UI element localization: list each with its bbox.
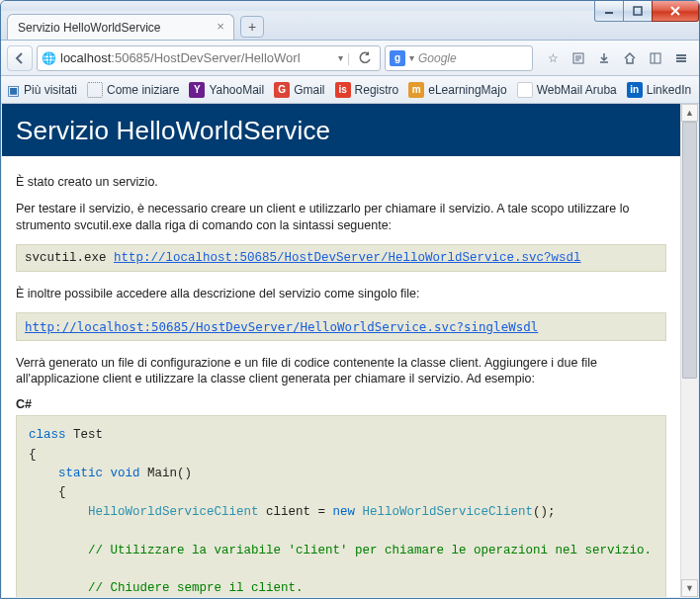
page-viewport: Servizio HelloWorldService È stato creat…: [2, 104, 698, 597]
window-close-button[interactable]: [652, 1, 699, 22]
gmail-icon: G: [274, 82, 290, 98]
bookmark-getting-started[interactable]: Come iniziare: [87, 82, 179, 98]
site-identity-icon[interactable]: 🌐: [42, 51, 56, 65]
bookmark-yahoomail[interactable]: Y YahooMail: [189, 82, 264, 98]
generation-paragraph: Verrà generato un file di configurazione…: [16, 355, 666, 388]
svg-rect-6: [651, 53, 660, 63]
bookmark-gmail[interactable]: G Gmail: [274, 82, 324, 98]
csharp-sample-code: class Test { static void Main() { HelloW…: [16, 415, 666, 597]
reload-button[interactable]: [354, 47, 376, 69]
yahoo-icon: Y: [189, 82, 205, 98]
search-bar[interactable]: g ▾ Google: [385, 45, 533, 71]
getting-started-icon: [87, 82, 103, 98]
window-controls: [595, 1, 699, 23]
browser-window: Servizio HelloWorldService × + 🌐 localho…: [0, 0, 700, 599]
most-visited-icon: ▣: [7, 82, 20, 98]
scrollbar-thumb[interactable]: [682, 122, 697, 379]
page-title: Servizio HelloWorldService: [16, 116, 666, 146]
reader-view-button[interactable]: [567, 45, 590, 71]
url-history-dropdown-icon[interactable]: ▾: [338, 52, 343, 63]
back-button[interactable]: [7, 45, 33, 71]
sidebar-button[interactable]: [644, 45, 667, 71]
tab-title: Servizio HelloWorldService: [18, 21, 161, 35]
elearning-icon: m: [408, 82, 424, 98]
tab-close-icon[interactable]: ×: [214, 20, 227, 34]
bookmark-elearning[interactable]: m eLearningMajo: [408, 82, 506, 98]
page-content: Servizio HelloWorldService È stato creat…: [2, 104, 680, 597]
service-header: Servizio HelloWorldService: [2, 104, 680, 156]
new-tab-button[interactable]: +: [240, 16, 264, 38]
scroll-down-icon[interactable]: ▼: [681, 579, 698, 597]
bookmark-webmail-aruba[interactable]: WebMail Aruba: [517, 82, 617, 98]
bookmark-registro[interactable]: is Registro: [335, 82, 399, 98]
address-bar[interactable]: 🌐 localhost:50685/HostDevServer/HelloWor…: [37, 45, 381, 71]
search-engine-icon[interactable]: g: [390, 50, 405, 66]
linkedin-icon: in: [627, 82, 643, 98]
svg-rect-0: [605, 12, 613, 14]
bookmark-star-button[interactable]: ☆: [541, 45, 565, 71]
browser-tab[interactable]: Servizio HelloWorldService ×: [7, 14, 234, 40]
vertical-scrollbar[interactable]: ▲ ▼: [680, 104, 698, 597]
menu-button[interactable]: [669, 45, 693, 71]
window-minimize-button[interactable]: [594, 1, 624, 22]
bookmark-most-visited[interactable]: ▣ Più visitati: [7, 82, 77, 98]
single-wsdl-link[interactable]: http://localhost:50685/HostDevServer/Hel…: [25, 319, 538, 334]
wsdl-link[interactable]: http://localhost:50685/HostDevServer/Hel…: [114, 251, 581, 265]
downloads-button[interactable]: [592, 45, 616, 71]
window-maximize-button[interactable]: [623, 1, 653, 22]
home-button[interactable]: [618, 45, 642, 71]
svcutil-command-block: svcutil.exe http://localhost:50685/HostD…: [16, 244, 666, 272]
svg-rect-1: [634, 7, 642, 15]
url-text: localhost:50685/HostDevServer/HelloWorl: [60, 50, 334, 65]
navigation-toolbar: 🌐 localhost:50685/HostDevServer/HelloWor…: [1, 41, 699, 76]
test-instructions-text: Per testare il servizio, è necessario cr…: [16, 201, 666, 234]
language-label: C#: [16, 397, 666, 411]
search-engine-dropdown-icon[interactable]: ▾: [409, 52, 414, 63]
single-file-intro-text: È inoltre possibile accedere alla descri…: [16, 286, 666, 302]
bookmarks-toolbar: ▣ Più visitati Come iniziare Y YahooMail…: [1, 76, 699, 104]
search-placeholder: Google: [418, 51, 528, 65]
service-created-text: È stato creato un servizio.: [16, 174, 666, 191]
scroll-up-icon[interactable]: ▲: [681, 104, 698, 122]
webmail-icon: [517, 82, 533, 98]
single-wsdl-block: http://localhost:50685/HostDevServer/Hel…: [16, 312, 666, 341]
registro-icon: is: [335, 82, 351, 98]
bookmark-linkedin[interactable]: in LinkedIn: [627, 82, 691, 98]
